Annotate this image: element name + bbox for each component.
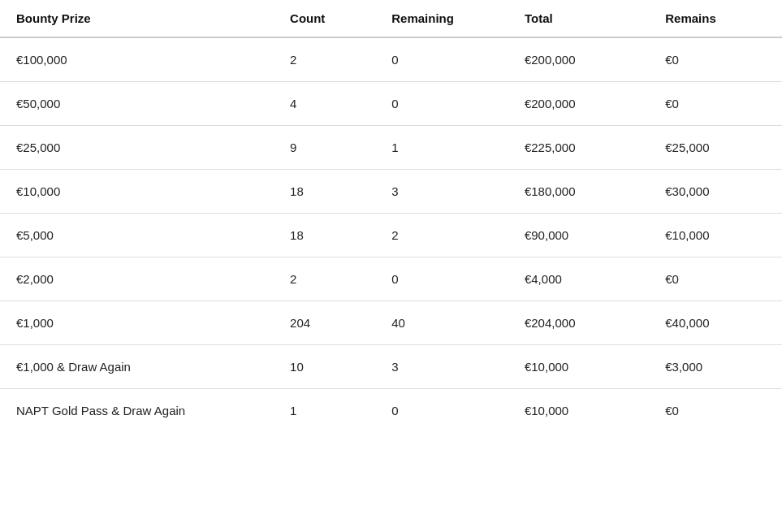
cell-remaining: 0 — [375, 389, 508, 433]
cell-remains: €0 — [649, 257, 782, 301]
cell-prize: €50,000 — [0, 82, 274, 126]
cell-remains: €0 — [649, 82, 782, 126]
cell-prize: €1,000 — [0, 301, 274, 345]
cell-remaining: 3 — [375, 345, 508, 389]
header-total: Total — [508, 0, 649, 37]
cell-count: 9 — [274, 126, 375, 170]
table-row: €100,00020€200,000€0 — [0, 37, 782, 82]
table-row: €5,000182€90,000€10,000 — [0, 214, 782, 257]
cell-prize: €25,000 — [0, 126, 274, 170]
cell-count: 2 — [274, 257, 375, 301]
table-header-row: Bounty Prize Count Remaining Total Remai… — [0, 0, 782, 37]
cell-remaining: 40 — [375, 301, 508, 345]
header-remains: Remains — [649, 0, 782, 37]
cell-remaining: 0 — [375, 37, 508, 82]
cell-total: €10,000 — [508, 389, 649, 433]
cell-prize: €5,000 — [0, 214, 274, 257]
cell-remains: €0 — [649, 37, 782, 82]
header-count: Count — [274, 0, 375, 37]
bounty-prize-table: Bounty Prize Count Remaining Total Remai… — [0, 0, 782, 432]
cell-prize: €1,000 & Draw Again — [0, 345, 274, 389]
cell-total: €225,000 — [508, 126, 649, 170]
cell-remains: €30,000 — [649, 170, 782, 214]
cell-prize: €100,000 — [0, 37, 274, 82]
cell-remaining: 3 — [375, 170, 508, 214]
cell-count: 1 — [274, 389, 375, 433]
cell-remains: €3,000 — [649, 345, 782, 389]
table-row: €2,00020€4,000€0 — [0, 257, 782, 301]
header-prize: Bounty Prize — [0, 0, 274, 37]
cell-remains: €0 — [649, 389, 782, 433]
cell-total: €90,000 — [508, 214, 649, 257]
table-row: €25,00091€225,000€25,000 — [0, 126, 782, 170]
header-remaining: Remaining — [375, 0, 508, 37]
cell-prize: €2,000 — [0, 257, 274, 301]
cell-count: 4 — [274, 82, 375, 126]
cell-total: €204,000 — [508, 301, 649, 345]
table-row: €1,00020440€204,000€40,000 — [0, 301, 782, 345]
cell-remains: €40,000 — [649, 301, 782, 345]
cell-count: 18 — [274, 214, 375, 257]
cell-total: €200,000 — [508, 37, 649, 82]
cell-total: €200,000 — [508, 82, 649, 126]
cell-prize: €10,000 — [0, 170, 274, 214]
table-row: €1,000 & Draw Again103€10,000€3,000 — [0, 345, 782, 389]
cell-count: 10 — [274, 345, 375, 389]
cell-remaining: 0 — [375, 257, 508, 301]
table-row: €10,000183€180,000€30,000 — [0, 170, 782, 214]
cell-total: €180,000 — [508, 170, 649, 214]
cell-prize: NAPT Gold Pass & Draw Again — [0, 389, 274, 433]
cell-remaining: 1 — [375, 126, 508, 170]
cell-count: 18 — [274, 170, 375, 214]
cell-total: €4,000 — [508, 257, 649, 301]
cell-count: 2 — [274, 37, 375, 82]
cell-count: 204 — [274, 301, 375, 345]
table-row: NAPT Gold Pass & Draw Again10€10,000€0 — [0, 389, 782, 433]
cell-remains: €25,000 — [649, 126, 782, 170]
cell-remaining: 0 — [375, 82, 508, 126]
cell-total: €10,000 — [508, 345, 649, 389]
cell-remaining: 2 — [375, 214, 508, 257]
cell-remains: €10,000 — [649, 214, 782, 257]
table-row: €50,00040€200,000€0 — [0, 82, 782, 126]
